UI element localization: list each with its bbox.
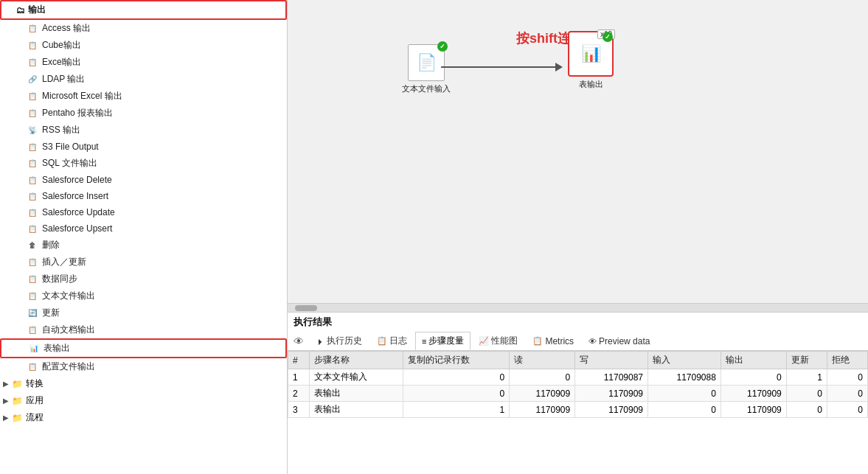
- sidebar-item-16[interactable]: 📋文本文件输出: [0, 287, 287, 304]
- col-header-8: 拒绝: [827, 352, 867, 369]
- item-label-11: Salesforce Update: [42, 207, 115, 217]
- cell-2-1: 表输出: [310, 402, 403, 418]
- item-icon-13: 🗑: [27, 240, 38, 251]
- root-folders: ▶📁转换▶📁应用▶📁流程: [0, 375, 287, 426]
- node-output-check: ✓: [603, 32, 613, 42]
- cell-0-1: 文本文件输入: [310, 369, 403, 386]
- item-label-1: Cube输出: [42, 39, 81, 52]
- item-icon-18: 📋: [27, 324, 38, 336]
- sidebar-item-1[interactable]: 📋Cube输出: [0, 37, 287, 54]
- folder-label-0: 转换: [26, 377, 44, 390]
- cell-1-5: 0: [648, 386, 721, 402]
- root-folder-2[interactable]: ▶📁流程: [0, 409, 287, 426]
- cell-1-1: 表输出: [310, 386, 403, 402]
- item-label-2: Excel输出: [42, 56, 81, 69]
- item-label-16: 文本文件输出: [42, 290, 95, 302]
- table-row-0: 1文本文件输入001170908711709088010: [288, 369, 868, 386]
- item-label-8: SQL 文件输出: [42, 157, 97, 170]
- sidebar-item-15[interactable]: 📋数据同步: [0, 271, 287, 287]
- item-label-19: 表输出: [44, 342, 70, 355]
- item-icon-6: 📡: [27, 125, 38, 136]
- root-folder-1[interactable]: ▶📁应用: [0, 392, 287, 409]
- item-icon-20: 📋: [27, 361, 38, 373]
- tab-1[interactable]: 📋日志: [370, 332, 414, 350]
- item-label-14: 插入／更新: [42, 256, 86, 268]
- cell-0-0: 1: [288, 369, 310, 386]
- item-label-10: Salesforce Insert: [42, 191, 108, 201]
- cell-1-0: 2: [288, 386, 310, 402]
- canvas-scrollbar[interactable]: [288, 303, 868, 312]
- item-icon-15: 📋: [27, 273, 38, 285]
- sidebar-item-3[interactable]: 🔗LDAP 输出: [0, 71, 287, 88]
- sidebar-item-13[interactable]: 🗑删除: [0, 237, 287, 254]
- tab-5[interactable]: 👁Preview data: [582, 332, 656, 350]
- tab-icon-5: 👁: [588, 337, 597, 346]
- eye-button[interactable]: 👁: [291, 333, 307, 349]
- table-header: #步骤名称复制的记录行数读写输入输出更新拒绝: [288, 352, 868, 369]
- sidebar-item-6[interactable]: 📡RSS 输出: [0, 122, 287, 139]
- cell-2-5: 0: [648, 402, 721, 418]
- sidebar-item-2[interactable]: 📋Excel输出: [0, 54, 287, 71]
- sidebar-item-11[interactable]: 📋Salesforce Update: [0, 204, 287, 220]
- arrow-head: [555, 63, 563, 72]
- folder-output[interactable]: 🗂 输出: [0, 0, 287, 20]
- sidebar-item-14[interactable]: 📋插入／更新: [0, 254, 287, 271]
- cell-1-6: 1170909: [721, 386, 786, 402]
- tab-4[interactable]: 📋Metrics: [526, 332, 580, 350]
- col-header-7: 更新: [786, 352, 827, 369]
- panel-title: 执行结果: [288, 313, 868, 332]
- cell-0-6: 0: [721, 369, 786, 386]
- sidebar-item-9[interactable]: 📋Salesforce Delete: [0, 172, 287, 188]
- tab-0[interactable]: ⏵执行历史: [310, 332, 369, 350]
- tab-3[interactable]: 📈性能图: [472, 332, 524, 350]
- sidebar-item-7[interactable]: 📋S3 File Output: [0, 139, 287, 155]
- folder-icon-0: 📁: [12, 379, 23, 389]
- sidebar-item-20[interactable]: 📋配置文件输出: [0, 358, 287, 375]
- sidebar-item-18[interactable]: 📋自动文档输出: [0, 321, 287, 338]
- results-table: #步骤名称复制的记录行数读写输入输出更新拒绝 1文本文件输入0011709087…: [288, 351, 868, 418]
- sidebar: 🗂 输出 📋Access 输出📋Cube输出📋Excel输出🔗LDAP 输出📋M…: [0, 0, 288, 474]
- sidebar-item-8[interactable]: 📋SQL 文件输出: [0, 155, 287, 172]
- cell-2-7: 0: [786, 402, 827, 418]
- folder-label-2: 流程: [26, 411, 44, 424]
- item-label-9: Salesforce Delete: [42, 175, 112, 185]
- cell-0-5: 11709088: [648, 369, 721, 386]
- item-icon-14: 📋: [27, 257, 38, 268]
- table-row-2: 3表输出1117090911709090117090900: [288, 402, 868, 418]
- item-icon-4: 📋: [27, 91, 38, 102]
- sidebar-item-5[interactable]: 📋Pentaho 报表输出: [0, 105, 287, 122]
- tab-label-2: 步骤度量: [428, 335, 464, 347]
- item-icon-8: 📋: [27, 158, 38, 170]
- sidebar-item-0[interactable]: 📋Access 输出: [0, 20, 287, 37]
- canvas-area[interactable]: 按shift连接 📄 ✓ 文本文件输入 x10 📊 ✓ 表输出: [288, 0, 868, 303]
- cell-2-0: 3: [288, 402, 310, 418]
- sidebar-item-17[interactable]: 🔄更新: [0, 304, 287, 321]
- sidebar-items: 📋Access 输出📋Cube输出📋Excel输出🔗LDAP 输出📋Micros…: [0, 20, 287, 375]
- sidebar-item-19[interactable]: 📊表输出: [0, 338, 287, 358]
- cell-1-3: 1170909: [510, 386, 575, 402]
- node-box-input: 📄 ✓: [408, 44, 445, 81]
- tab-icon-1: 📋: [377, 336, 387, 346]
- item-label-5: Pentaho 报表输出: [42, 107, 113, 119]
- item-label-7: S3 File Output: [42, 142, 99, 152]
- cell-1-7: 0: [786, 386, 827, 402]
- folder-output-label: 输出: [28, 4, 46, 16]
- item-label-12: Salesforce Upsert: [42, 223, 112, 234]
- folder-arrow-0: ▶: [3, 380, 9, 388]
- arrow-connector: [441, 63, 563, 72]
- tab-2[interactable]: ≡步骤度量: [415, 332, 471, 350]
- tab-label-4: Metrics: [545, 336, 574, 346]
- table-body: 1文本文件输入0011709087117090880102表输出01170909…: [288, 369, 868, 418]
- root-folder-0[interactable]: ▶📁转换: [0, 375, 287, 392]
- col-header-3: 读: [510, 352, 575, 369]
- folder-icon: 🗂: [16, 5, 25, 15]
- cell-2-4: 1170909: [575, 402, 648, 418]
- sidebar-item-10[interactable]: 📋Salesforce Insert: [0, 188, 287, 204]
- node-table-output[interactable]: x10 📊 ✓ 表输出: [568, 31, 614, 90]
- col-header-1: 步骤名称: [310, 352, 403, 369]
- tab-label-5: Preview data: [599, 336, 650, 346]
- sidebar-item-12[interactable]: 📋Salesforce Upsert: [0, 220, 287, 237]
- col-header-0: #: [288, 352, 310, 369]
- item-icon-11: 📋: [27, 206, 38, 218]
- sidebar-item-4[interactable]: 📋Microsoft Excel 输出: [0, 88, 287, 105]
